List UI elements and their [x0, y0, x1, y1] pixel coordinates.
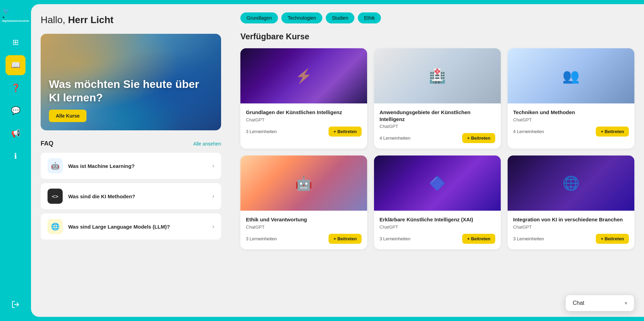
logout-icon	[11, 300, 20, 311]
course-provider-2: ChatGPT	[380, 124, 495, 129]
logo: 🐦 K digitalakademie@bw	[2, 6, 29, 23]
chat-chevron-icon: ▾	[625, 300, 627, 306]
faq-icon-3: 🌐	[48, 219, 63, 234]
join-button-4[interactable]: + Beitreten	[329, 234, 362, 244]
filter-tags: Grundlagen Technologien Studien Ethik	[240, 12, 634, 23]
join-button-1[interactable]: + Beitreten	[329, 127, 362, 137]
course-footer-1: 3 Lerneinheiten + Beitreten	[246, 127, 362, 137]
course-footer-5: 3 Lerneinheiten + Beitreten	[380, 234, 495, 244]
join-button-3[interactable]: + Beitreten	[596, 127, 629, 137]
chat-widget-label: Chat	[573, 300, 621, 306]
sidebar-item-courses[interactable]: 📖	[6, 55, 25, 75]
logout-button[interactable]	[6, 295, 25, 315]
course-thumbnail-6	[508, 156, 634, 211]
filter-tag-technologien[interactable]: Technologien	[281, 12, 322, 23]
course-footer-2: 4 Lerneinheiten + Beitreten	[380, 133, 495, 143]
course-name-4: Ethik und Verantwortung	[246, 216, 362, 223]
faq-item-3[interactable]: 🌐 Was sind Large Language Models (LLM)? …	[41, 213, 221, 240]
logo-text: digitalakademie@bw	[2, 19, 29, 23]
course-card-6[interactable]: Integration von KI in verschiedene Branc…	[508, 156, 634, 249]
greeting: Hallo, Herr Licht	[41, 14, 221, 26]
course-footer-6: 3 Lerneinheiten + Beitreten	[513, 234, 629, 244]
faq-section: FAQ Alle ansehen 🤖 Was ist Machine Learn…	[41, 140, 221, 240]
hero-banner: Was möchten Sie heute über KI lernen? Al…	[41, 34, 221, 130]
faq-title: FAQ	[41, 140, 53, 147]
code-icon: <>	[52, 193, 58, 200]
course-name-2: Anwendungsgebiete der Künstlichen Intell…	[380, 109, 495, 122]
course-body-5: Erklärbare Künstliche Intelligenz (XAI) …	[374, 211, 501, 249]
globe-icon: 🌐	[51, 222, 60, 231]
course-provider-4: ChatGPT	[246, 224, 362, 230]
course-provider-3: ChatGPT	[513, 117, 629, 122]
course-units-6: 3 Lerneinheiten	[513, 236, 544, 241]
faq-see-all-link[interactable]: Alle ansehen	[193, 141, 221, 147]
join-button-6[interactable]: + Beitreten	[596, 234, 629, 244]
faq-item-1-text: Was ist Machine Learning?	[68, 163, 207, 169]
hero-title: Was möchten Sie heute über KI lernen?	[49, 78, 213, 104]
course-footer-3: 4 Lerneinheiten + Beitreten	[513, 127, 629, 137]
filter-tag-ethik[interactable]: Ethik	[358, 12, 381, 23]
filter-tag-grundlagen[interactable]: Grundlagen	[240, 12, 278, 23]
right-panel: Grundlagen Technologien Studien Ethik Ve…	[231, 4, 644, 317]
course-card-2[interactable]: Anwendungsgebiete der Künstlichen Intell…	[374, 48, 501, 149]
robot-icon: 🤖	[51, 162, 60, 170]
course-thumbnail-5	[374, 156, 501, 211]
course-thumbnail-3	[508, 48, 634, 103]
course-card-4[interactable]: Ethik und Verantwortung ChatGPT 3 Lernei…	[240, 156, 367, 249]
sidebar-item-quiz[interactable]: ❓	[6, 78, 25, 98]
sidebar: 🐦 K digitalakademie@bw ⊞ 📖 ❓ 💬 📢 ℹ	[0, 0, 31, 321]
join-button-5[interactable]: + Beitreten	[462, 234, 495, 244]
chevron-right-icon-3: ›	[212, 223, 214, 230]
book-icon: 📖	[11, 61, 20, 70]
course-footer-4: 3 Lerneinheiten + Beitreten	[246, 234, 362, 244]
chevron-right-icon-2: ›	[212, 193, 214, 199]
faq-item-2-text: Was sind die KI Methoden?	[68, 193, 207, 199]
course-provider-5: ChatGPT	[380, 224, 495, 230]
sidebar-item-dashboard[interactable]: ⊞	[6, 32, 25, 52]
faq-item-2[interactable]: <> Was sind die KI Methoden? ›	[41, 183, 221, 209]
course-body-4: Ethik und Verantwortung ChatGPT 3 Lernei…	[240, 211, 367, 249]
course-name-3: Techniken und Methoden	[513, 109, 629, 116]
left-panel: Hallo, Herr Licht Was möchten Sie heute …	[31, 4, 231, 317]
info-icon: ℹ	[14, 152, 17, 161]
faq-icon-1: 🤖	[48, 158, 63, 173]
course-units-3: 4 Lerneinheiten	[513, 129, 544, 134]
chat-widget[interactable]: Chat ▾	[565, 295, 634, 311]
course-units-2: 4 Lerneinheiten	[380, 136, 411, 141]
greeting-name: Herr Licht	[68, 14, 113, 25]
course-thumbnail-1	[240, 48, 367, 103]
courses-grid: Grundlagen der Künstlichen Intelligenz C…	[240, 48, 634, 249]
join-button-2[interactable]: + Beitreten	[462, 133, 495, 143]
course-thumbnail-2	[374, 48, 501, 103]
logo-icon: 🐦 K	[2, 6, 19, 19]
all-courses-button[interactable]: Alle Kurse	[49, 110, 86, 122]
course-card-3[interactable]: Techniken und Methoden ChatGPT 4 Lernein…	[508, 48, 634, 149]
course-body-1: Grundlagen der Künstlichen Intelligenz C…	[240, 103, 367, 142]
course-units-5: 3 Lerneinheiten	[380, 236, 411, 241]
filter-tag-studien[interactable]: Studien	[326, 12, 354, 23]
course-provider-6: ChatGPT	[513, 224, 629, 230]
courses-title: Verfügbare Kurse	[240, 32, 634, 41]
sidebar-item-notifications[interactable]: 📢	[6, 123, 25, 143]
course-body-3: Techniken und Methoden ChatGPT 4 Lernein…	[508, 103, 634, 142]
faq-item-3-text: Was sind Large Language Models (LLM)?	[68, 224, 207, 230]
chevron-right-icon-1: ›	[212, 163, 214, 169]
sidebar-item-info[interactable]: ℹ	[6, 146, 25, 166]
main-area: Hallo, Herr Licht Was möchten Sie heute …	[31, 4, 644, 317]
sidebar-item-chat[interactable]: 💬	[6, 101, 25, 121]
course-units-1: 3 Lerneinheiten	[246, 129, 277, 134]
faq-icon-2: <>	[48, 189, 63, 204]
course-name-5: Erklärbare Künstliche Intelligenz (XAI)	[380, 216, 495, 223]
chat-icon: 💬	[11, 106, 20, 115]
course-body-6: Integration von KI in verschiedene Branc…	[508, 211, 634, 249]
faq-item-1[interactable]: 🤖 Was ist Machine Learning? ›	[41, 153, 221, 179]
course-card-5[interactable]: Erklärbare Künstliche Intelligenz (XAI) …	[374, 156, 501, 249]
course-name-1: Grundlagen der Künstlichen Intelligenz	[246, 109, 362, 116]
course-provider-1: ChatGPT	[246, 117, 362, 122]
svg-text:K: K	[3, 16, 4, 19]
greeting-prefix: Hallo,	[41, 14, 68, 25]
course-card-1[interactable]: Grundlagen der Künstlichen Intelligenz C…	[240, 48, 367, 149]
course-name-6: Integration von KI in verschiedene Branc…	[513, 216, 629, 223]
svg-text:🐦: 🐦	[3, 8, 10, 14]
question-icon: ❓	[11, 83, 20, 92]
